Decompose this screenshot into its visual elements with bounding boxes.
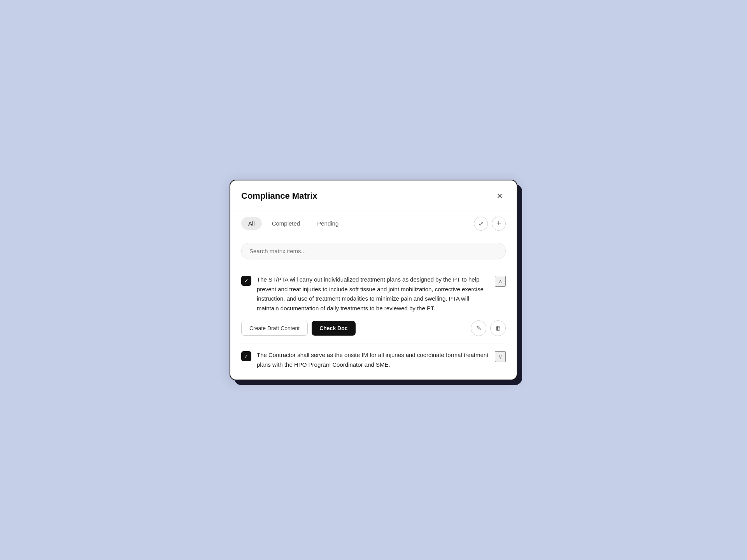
expand-view-button[interactable]: ⤢ bbox=[474, 217, 488, 231]
check-icon: ✓ bbox=[244, 353, 249, 359]
tab-all[interactable]: All bbox=[241, 217, 262, 230]
check-icon: ✓ bbox=[244, 278, 249, 284]
item-content: ✓ The ST/PTA will carry out individualiz… bbox=[241, 275, 491, 313]
matrix-items-list: ✓ The ST/PTA will carry out individualiz… bbox=[230, 265, 517, 380]
item-header-row: ✓ The Contractor shall serve as the onsi… bbox=[241, 350, 506, 370]
compliance-matrix-modal: Compliance Matrix ✕ All Completed Pendin… bbox=[230, 180, 517, 381]
add-item-button[interactable]: + bbox=[492, 217, 506, 231]
item-text: The Contractor shall serve as the onsite… bbox=[257, 350, 491, 370]
tab-completed[interactable]: Completed bbox=[265, 217, 307, 230]
trash-icon: 🗑 bbox=[495, 325, 501, 331]
check-doc-button[interactable]: Check Doc bbox=[312, 321, 355, 336]
item-text-block: The ST/PTA will carry out individualized… bbox=[257, 275, 491, 313]
item-text-block: The Contractor shall serve as the onsite… bbox=[257, 350, 491, 370]
expand-button[interactable]: ∨ bbox=[495, 351, 506, 362]
item-text: The ST/PTA will carry out individualized… bbox=[257, 275, 491, 313]
item-checkbox[interactable]: ✓ bbox=[241, 276, 251, 286]
close-button[interactable]: ✕ bbox=[493, 190, 506, 202]
matrix-item: ✓ The Contractor shall serve as the onsi… bbox=[241, 343, 506, 377]
item-checkbox[interactable]: ✓ bbox=[241, 351, 251, 361]
search-input[interactable] bbox=[241, 243, 506, 259]
collapse-button[interactable]: ∧ bbox=[495, 276, 506, 287]
delete-button[interactable]: 🗑 bbox=[490, 320, 506, 336]
modal-tabs: All Completed Pending ⤢ + bbox=[230, 210, 517, 237]
action-left-buttons: Create Draft Content Check Doc bbox=[241, 321, 356, 336]
search-area bbox=[230, 237, 517, 265]
edit-icon: ✎ bbox=[476, 324, 481, 332]
modal-header: Compliance Matrix ✕ bbox=[230, 180, 517, 210]
item-header-row: ✓ The ST/PTA will carry out individualiz… bbox=[241, 275, 506, 313]
item-content: ✓ The Contractor shall serve as the onsi… bbox=[241, 350, 491, 370]
chevron-up-icon: ∧ bbox=[498, 278, 502, 284]
chevron-down-icon: ∨ bbox=[498, 354, 502, 360]
tab-pending[interactable]: Pending bbox=[310, 217, 345, 230]
matrix-item: ✓ The ST/PTA will carry out individualiz… bbox=[241, 268, 506, 343]
item-actions: Create Draft Content Check Doc ✎ 🗑 bbox=[241, 320, 506, 336]
create-draft-button[interactable]: Create Draft Content bbox=[241, 321, 308, 336]
modal-title: Compliance Matrix bbox=[241, 191, 317, 201]
action-right-buttons: ✎ 🗑 bbox=[471, 320, 506, 336]
tab-actions: ⤢ + bbox=[474, 217, 506, 231]
edit-button[interactable]: ✎ bbox=[471, 320, 486, 336]
expand-icon: ⤢ bbox=[479, 220, 484, 227]
plus-icon: + bbox=[496, 219, 501, 228]
modal-wrapper: Compliance Matrix ✕ All Completed Pendin… bbox=[230, 180, 517, 381]
